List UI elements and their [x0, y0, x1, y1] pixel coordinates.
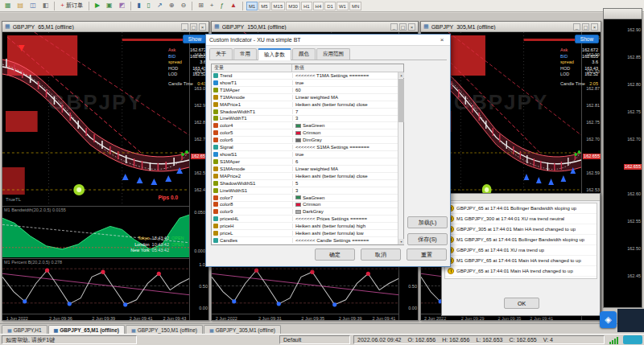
chart-tab[interactable]: ▦GBPJPY,H1: [2, 325, 47, 334]
bars-chart-button[interactable]: ▮: [134, 1, 142, 10]
chart-restore-button[interactable]: ▢: [399, 23, 407, 31]
terminal-button[interactable]: ▣: [104, 1, 115, 10]
ok-button[interactable]: 确定: [315, 248, 355, 261]
param-value[interactable]: 7: [292, 109, 398, 114]
line-chart-button[interactable]: ↗: [155, 1, 165, 10]
param-row[interactable]: Signal<<<<<<< S1MA Settings =======: [212, 144, 398, 151]
param-row[interactable]: MAPrice2Heiken ashi (better formula) clo…: [212, 173, 398, 180]
dialog-tab-2[interactable]: 常用: [233, 48, 257, 60]
dialog-tab-3[interactable]: 输入参数: [258, 48, 291, 60]
param-value[interactable]: Linear weighted MA: [292, 166, 398, 171]
dialog-tab-4[interactable]: 颜色: [292, 48, 316, 60]
chart-window[interactable]: ▦ GBPJPY_65,M1 (offline) _ ▢ × GBPJPY Pi…: [2, 21, 209, 321]
param-value[interactable]: Crimson: [292, 202, 398, 207]
param-value[interactable]: DimGray: [292, 138, 398, 142]
chart-restore-button[interactable]: ▢: [190, 23, 197, 31]
chart-profiles-button[interactable]: ▤: [15, 1, 27, 10]
param-value[interactable]: <<<<<<< T1MA Settings =======: [292, 73, 398, 78]
alert-row[interactable]: GBPJPY_305 at 17:44:01 Main HA trend cha…: [445, 224, 597, 235]
param-row[interactable]: priceHHeiken ashi (better formula) high: [212, 223, 398, 230]
alert-row[interactable]: GBPJPY_65 at 17:44:01 Main HA trend chan…: [445, 266, 597, 277]
param-value[interactable]: Crimson: [292, 130, 398, 135]
zoom-out-button[interactable]: ⊖: [178, 1, 188, 10]
param-value[interactable]: true: [292, 152, 398, 157]
param-value[interactable]: <<<<<<< Candle Settings ======: [292, 238, 398, 243]
chart-close-button[interactable]: ×: [591, 23, 598, 31]
param-row[interactable]: color5Crimson: [212, 129, 398, 137]
candles-chart-button[interactable]: ▯: [145, 1, 153, 10]
param-row[interactable]: Trend<<<<<<< T1MA Settings =======: [212, 72, 398, 80]
widget-icon[interactable]: ◈: [600, 311, 617, 328]
chart-main-area[interactable]: GBPJPY Pips 0.0 TrueTL: [2, 32, 189, 205]
objects-button[interactable]: ▲: [228, 1, 239, 10]
navigator-button[interactable]: ◧: [40, 1, 52, 10]
timeframe-d1-button[interactable]: D1: [324, 2, 336, 10]
chart-titlebar[interactable]: ▦ GBPJPY_150,M1 (offline) _ ▢ ×: [212, 22, 418, 32]
param-row[interactable]: color8Crimson: [212, 202, 398, 209]
param-row[interactable]: LineWidthS13: [212, 187, 398, 195]
dialog-tab-1[interactable]: 关于: [209, 48, 233, 60]
chart-close-button[interactable]: ×: [408, 23, 415, 31]
alert-row[interactable]: GBPJPY_65 at 17:44:01 Bollinger Bandwidt…: [445, 203, 597, 214]
scroll-up-icon[interactable]: ▴: [398, 72, 404, 78]
param-value[interactable]: <<<<<<< Prices Settings ======: [292, 216, 398, 221]
param-value[interactable]: Heiken ashi (better formula) close: [292, 174, 398, 179]
param-row[interactable]: LineWidthT13: [212, 116, 398, 123]
alert-row[interactable]: M1 GBPJPY_65 at 17:44:01 Main HA trend c…: [445, 256, 597, 266]
reset-button[interactable]: 重置: [407, 248, 447, 261]
chart-tab[interactable]: ▦GBPJPY_150,M1 (offline): [126, 325, 203, 334]
scroll-thumb[interactable]: [398, 79, 404, 122]
timeframe-m1-button[interactable]: M1: [246, 2, 258, 10]
param-value[interactable]: 6: [292, 159, 398, 164]
param-value[interactable]: SeaGreen: [292, 195, 398, 200]
percentb-subwindow[interactable]: M1 Percent B(20,2.0,5) 0.278: [2, 258, 189, 313]
param-value[interactable]: Heiken ashi (better formula) high: [292, 224, 398, 228]
param-value[interactable]: <<<<<<< S1MA Settings =======: [292, 145, 398, 150]
scroll-down-icon[interactable]: ▾: [398, 239, 404, 244]
param-row[interactable]: showT1true: [212, 80, 398, 87]
timeframe-m15-button[interactable]: M15: [271, 2, 286, 10]
param-row[interactable]: pricesHL<<<<<<< Prices Settings ======: [212, 216, 398, 223]
profile-name[interactable]: Default: [279, 335, 350, 344]
show-button[interactable]: Show: [183, 35, 207, 43]
param-value[interactable]: 3: [292, 188, 398, 193]
param-value[interactable]: DarkGray: [292, 209, 398, 214]
alert-row[interactable]: M1 GBPJPY_300 at 17:44:01 XU ma trend ne…: [445, 214, 597, 224]
param-row[interactable]: Candles<<<<<<< Candle Settings ======: [212, 237, 398, 244]
chart-tab[interactable]: ▦GBPJPY_305,M1 (offline): [204, 325, 281, 334]
side-price-panel[interactable]: 162.90162.85162.80162.75162.70162.655162…: [603, 8, 642, 308]
dialog-close-icon[interactable]: ×: [437, 36, 447, 43]
table-scrollbar[interactable]: ▴ ▾: [398, 72, 403, 244]
timeframe-w1-button[interactable]: W1: [336, 2, 349, 10]
crosshair-button[interactable]: +: [208, 1, 217, 10]
new-order-button[interactable]: +新订单: [58, 1, 85, 10]
price-chart-canvas[interactable]: [2, 32, 189, 205]
alert-row[interactable]: M1 GBPJPY_65 at 17:44:01 Bollinger Bandw…: [445, 235, 597, 245]
param-value[interactable]: true: [292, 80, 398, 85]
tile-windows-button[interactable]: ⊞: [196, 1, 206, 10]
chart-titlebar[interactable]: ▦ GBPJPY_65,M1 (offline) _ ▢ ×: [2, 22, 208, 32]
zoom-in-button[interactable]: ⊕: [167, 1, 177, 10]
save-button[interactable]: 保存(S): [407, 233, 448, 245]
timeframe-m30-button[interactable]: M30: [286, 2, 300, 10]
param-value[interactable]: 5: [292, 181, 398, 186]
param-row[interactable]: color6DimGray: [212, 137, 398, 144]
autotrade-button[interactable]: ▶: [93, 1, 102, 10]
chart-titlebar[interactable]: ▦ GBPJPY_305,M1 (offline) _ ▢ ×: [421, 22, 601, 32]
param-value[interactable]: Heiken ashi (better formula) close: [292, 102, 398, 107]
side-panel-titlebar[interactable]: [604, 9, 642, 19]
dialog-tab-5[interactable]: 应用范围: [316, 48, 350, 60]
param-value[interactable]: 60: [292, 88, 398, 92]
alerts-ok-button[interactable]: OK: [504, 298, 539, 309]
market-watch-button[interactable]: ◫: [27, 1, 39, 10]
param-row[interactable]: T1MAmodeLinear weighted MA: [212, 94, 398, 101]
param-row[interactable]: color4SeaGreen: [212, 122, 398, 129]
param-row[interactable]: S1MAper6: [212, 158, 398, 166]
alert-row[interactable]: GBPJPY_65 at 17:44:01 XU ma trend up: [445, 245, 597, 256]
param-row[interactable]: color9DarkGray: [212, 208, 398, 216]
param-value[interactable]: Heiken ashi (better formula) low: [292, 231, 398, 236]
chart-minimize-button[interactable]: _: [573, 23, 580, 31]
indicators-button[interactable]: ƒ: [218, 1, 226, 10]
param-row[interactable]: priceLHeiken ashi (better formula) low: [212, 230, 398, 237]
alerts-titlebar[interactable]: [442, 194, 600, 201]
